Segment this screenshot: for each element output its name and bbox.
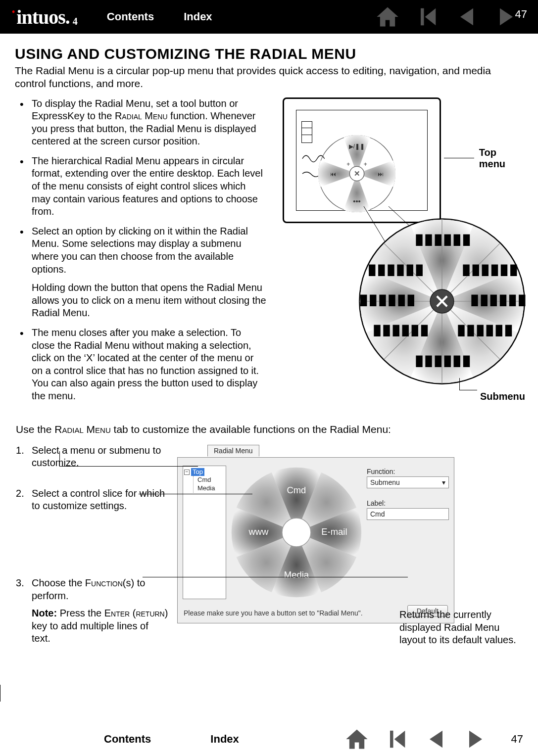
step-2: Select a control slice for which to cust… [16, 487, 169, 513]
svg-text:•••: ••• [353, 197, 360, 205]
radial-submenu-illustration: ∎∎∎∎∎∎ ∎∎∎∎∎∎ ∎∎∎∎∎∎ ∎∎∎∎∎∎ ∎∎∎∎∎∎ ∎∎∎∎∎… [358, 217, 526, 385]
monitor-illustration: ✕ ▶/❚❚ ••• ⏮ ⏭ + + [283, 97, 441, 223]
svg-text:∎∎∎∎∎∎: ∎∎∎∎∎∎ [469, 289, 526, 311]
svg-text:∎∎∎∎∎∎: ∎∎∎∎∎∎ [461, 259, 518, 281]
connector-line [59, 451, 60, 466]
svg-text:∎∎∎∎∎∎: ∎∎∎∎∎∎ [366, 259, 423, 281]
menu-tree[interactable]: − Top Cmd Media [183, 466, 226, 599]
contents-link-footer[interactable]: Contents [104, 733, 151, 746]
svg-text:+: + [364, 161, 367, 168]
brand-logo: • intuos. 4 [14, 5, 77, 29]
label-input[interactable]: Cmd [367, 508, 449, 520]
lead-text: Use the Radial Menu tab to customize the… [16, 424, 523, 435]
lead-a: Use the [16, 424, 54, 435]
prev-page-icon[interactable] [454, 4, 480, 30]
top-header: • intuos. 4 Contents Index 47 [0, 0, 538, 34]
bullet-1: To display the Radial Menu, set a tool b… [32, 97, 267, 148]
tree-root[interactable]: − Top [184, 468, 225, 476]
brand-sub: 4 [73, 16, 77, 27]
home-icon[interactable] [344, 726, 370, 752]
note-b: ( [130, 608, 136, 618]
contents-link[interactable]: Contents [107, 10, 154, 23]
bullet-list: To display the Radial Menu, set a tool b… [15, 97, 267, 403]
tree-item-media[interactable]: Media [197, 484, 225, 493]
next-page-icon[interactable] [463, 726, 489, 752]
brand-main: intuos [16, 5, 65, 29]
first-page-icon[interactable] [384, 726, 409, 752]
home-icon[interactable] [375, 4, 400, 30]
tree-root-label[interactable]: Top [191, 468, 204, 476]
svg-text:+: + [346, 161, 350, 168]
return-smcap: return [136, 608, 164, 618]
panel-tab[interactable]: Radial Menu [207, 445, 259, 457]
step-3: Choose the Function(s) to perform. Note:… [16, 577, 169, 645]
connector-line [139, 494, 252, 494]
logo-dot: • [12, 7, 14, 17]
index-link-footer[interactable]: Index [210, 733, 239, 746]
svg-text:⏭: ⏭ [378, 171, 384, 178]
connector-line [0, 685, 0, 702]
function-smcap: Function [85, 577, 123, 588]
enter-smcap: Enter [104, 608, 130, 618]
top-menu-callout: Top menu [444, 147, 523, 170]
label-label: Label: [367, 499, 449, 507]
svg-text:∎∎∎∎∎∎: ∎∎∎∎∎∎ [358, 289, 415, 311]
submenu-label: Submenu [480, 391, 525, 402]
page-number-footer: 47 [511, 733, 523, 746]
step-3a: Choose the [32, 577, 85, 588]
svg-text:∎∎∎∎∎∎: ∎∎∎∎∎∎ [456, 319, 513, 341]
index-link[interactable]: Index [184, 10, 212, 23]
radial-preview[interactable]: Cmd www E-mail Media [231, 466, 362, 599]
svg-text:▶/❚❚: ▶/❚❚ [349, 143, 365, 150]
page-title: USING AND CUSTOMIZING THE RADIAL MENU [15, 46, 523, 62]
first-page-icon[interactable] [414, 4, 440, 30]
bullet-3: Select an option by clicking on it withi… [32, 225, 267, 320]
radial-menu-settings-panel: Radial Menu − Top Cmd Media [177, 457, 454, 623]
connector-line [59, 466, 198, 467]
radial-diagram: ✕ ▶/❚❚ ••• ⏮ ⏭ + + Top menu [276, 97, 523, 404]
bullet-2: The hierarchical Radial Menu appears in … [32, 155, 267, 218]
radial-menu-smcap-2: Radial Menu [54, 424, 111, 435]
top-menu-label: Top menu [479, 147, 523, 170]
svg-point-27 [282, 518, 311, 547]
lead-b: tab to customize the available functions… [111, 424, 391, 435]
function-label: Function: [367, 468, 449, 475]
radial-menu-smcap: Radial Menu [115, 110, 168, 121]
chevron-down-icon: ▾ [442, 478, 445, 486]
slice-right-label[interactable]: E-mail [321, 526, 347, 537]
footer-nav-icons [344, 726, 489, 752]
page-footer: Contents Index 47 [0, 726, 538, 752]
slice-top-label[interactable]: Cmd [287, 484, 306, 495]
bullet-3b: Holding down the button that opens the R… [32, 282, 267, 320]
collapse-icon[interactable]: − [184, 470, 190, 475]
tree-item-cmd[interactable]: Cmd [197, 476, 225, 484]
step-note: Note: Press the Enter (return) key to ad… [32, 607, 169, 645]
nav-icons [375, 4, 519, 30]
connector-line [143, 577, 408, 577]
palette-icon [301, 121, 312, 143]
steps-list: Select a menu or submenu to customize. S… [16, 444, 169, 645]
brand-dot: . [65, 5, 70, 29]
svg-text:∎∎∎∎∎∎: ∎∎∎∎∎∎ [414, 349, 471, 371]
svg-text:⏮: ⏮ [330, 171, 336, 178]
slice-bottom-label[interactable]: Media [284, 569, 309, 580]
returns-callout: Returns the currently displayed Radial M… [399, 609, 523, 647]
bullet-3a: Select an option by clicking on it withi… [32, 226, 248, 275]
prev-page-icon[interactable] [423, 726, 449, 752]
function-value: Submenu [370, 478, 400, 486]
note-a: Press the [57, 608, 104, 618]
bullet-4: The menu closes after you make a selecti… [32, 327, 267, 403]
intro-text: The Radial Menu is a circular pop-up men… [15, 64, 523, 91]
page-number-top: 47 [515, 8, 527, 21]
panel-message: Please make sure you have a button set t… [184, 609, 363, 617]
radial-small-icon: ✕ ▶/❚❚ ••• ⏮ ⏭ + + [317, 134, 396, 213]
svg-text:∎∎∎∎∎∎: ∎∎∎∎∎∎ [372, 319, 429, 341]
label-value: Cmd [370, 510, 385, 518]
slice-left-label[interactable]: www [248, 526, 269, 537]
function-dropdown[interactable]: Submenu ▾ [367, 476, 449, 488]
note-label: Note: [32, 608, 57, 618]
svg-text:✕: ✕ [354, 170, 360, 178]
svg-text:∎∎∎∎∎∎: ∎∎∎∎∎∎ [414, 228, 471, 250]
